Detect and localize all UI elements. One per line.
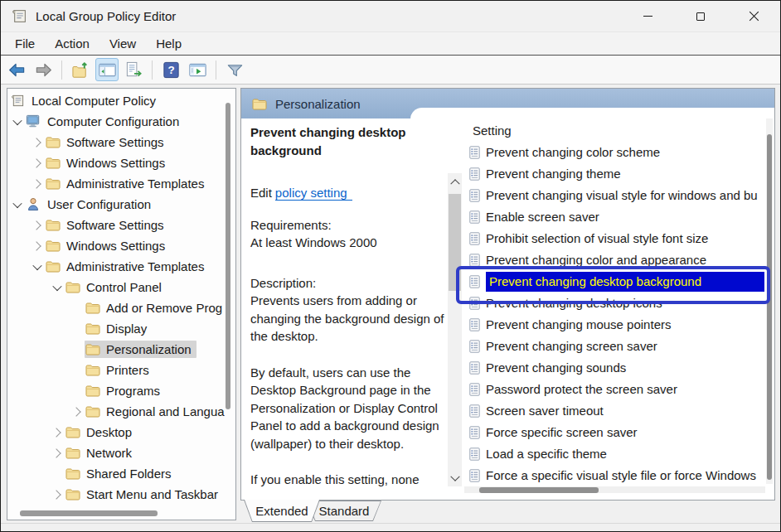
maximize-button[interactable] [674,1,727,31]
policy-doc-icon [469,210,480,224]
chevron-right-icon[interactable] [29,238,45,254]
tree-item-start-menu-and-taskbar[interactable]: Start Menu and Taskbar [7,484,235,505]
chevron-right-icon[interactable] [49,445,65,461]
minimize-button[interactable] [621,1,674,31]
settings-item[interactable]: Prevent changing visual style for window… [464,185,764,206]
settings-item[interactable]: Force specific screen saver [464,422,764,443]
settings-item[interactable]: Prevent changing sounds [464,357,764,379]
tab-extended[interactable]: Extended [244,500,320,522]
policy-doc-icon [469,297,480,310]
tree-indent-spacer [69,300,85,316]
scroll-down-icon[interactable] [448,472,462,486]
tree-item-local-computer-policy[interactable]: Local Computer Policy [7,90,235,111]
settings-item[interactable]: Prevent changing theme [464,163,764,185]
policy-doc-icon [469,340,480,353]
tree-item-shared-folders[interactable]: Shared Folders [7,463,235,484]
settings-item[interactable]: Prohibit selection of visual style font … [464,228,764,249]
chevron-down-icon[interactable] [9,196,25,212]
policy-setting-link[interactable]: policy setting [275,186,352,201]
chevron-down-icon[interactable] [9,114,25,129]
scrollbar-thumb[interactable] [767,134,772,480]
tree-item-personalization[interactable]: Personalization [7,339,235,360]
settings-item[interactable]: Enable screen saver [464,206,764,228]
menu-view[interactable]: View [99,34,146,53]
settings-item[interactable]: Prevent changing color and appearance [464,249,764,271]
chevron-right-icon[interactable] [69,404,85,419]
settings-item[interactable]: Prevent changing mouse pointers [464,314,764,336]
settings-item[interactable]: Screen saver timeout [464,400,764,422]
tree-item-add-or-remove-programs[interactable]: Add or Remove Prog [7,297,235,318]
menu-help[interactable]: Help [146,34,192,53]
chevron-right-icon[interactable] [49,424,65,440]
window-title: Local Group Policy Editor [36,9,176,23]
filter-button[interactable] [223,58,246,81]
export-list-button[interactable] [122,58,145,81]
list-vertical-scrollbar[interactable] [766,118,773,484]
tree-item-user-configuration[interactable]: User Configuration [7,194,235,215]
requirements-label: Requirements: [250,216,444,235]
chevron-right-icon[interactable] [49,486,65,502]
export-list-icon [124,60,143,80]
local-group-policy-editor-window: Local Group Policy Editor File Action Vi… [0,0,781,532]
computer-icon [26,114,41,128]
policy-doc-icon [469,404,480,418]
folder-icon [85,322,100,335]
show-window-button[interactable] [186,58,209,81]
tree-item-administrative-templates[interactable]: Administrative Templates [7,173,235,194]
tree-item-windows-settings-user[interactable]: Windows Settings [7,235,235,256]
forward-button[interactable] [32,58,55,81]
tree-horizontal-scrollbar[interactable] [20,510,158,516]
up-one-level-button[interactable] [69,58,92,81]
settings-item[interactable]: Password protect the screen saver [464,379,764,400]
tree-item-software-settings-user[interactable]: Software Settings [7,215,235,235]
settings-item[interactable]: Load a specific theme [464,443,764,465]
tree-item-software-settings[interactable]: Software Settings [7,132,235,152]
menu-file[interactable]: File [5,34,45,53]
tree-indent-spacer [69,341,85,357]
settings-item[interactable]: Force a specific visual style file or fo… [464,465,764,486]
folder-icon [46,219,61,231]
settings-item[interactable]: Prevent changing color scheme [464,142,764,163]
back-button[interactable] [5,58,28,81]
tree-item-windows-settings[interactable]: Windows Settings [7,152,235,173]
policy-doc-icon [469,232,480,245]
description-scrollbar[interactable] [448,173,462,486]
chevron-right-icon[interactable] [29,176,45,191]
folder-icon [85,343,100,355]
folder-icon [46,239,61,252]
chevron-right-icon[interactable] [29,134,45,150]
tree-item-programs[interactable]: Programs [7,380,235,401]
chevron-down-icon[interactable] [49,279,65,295]
tree-item-control-panel[interactable]: Control Panel [7,277,235,297]
help-button[interactable] [159,58,182,81]
tree-vertical-scrollbar[interactable] [226,103,230,409]
console-tree: Local Computer Policy Computer Configura… [7,90,235,505]
tree-item-printers[interactable]: Printers [7,360,235,380]
tree-item-regional-and-language[interactable]: Regional and Langua [7,401,235,422]
chevron-down-icon[interactable] [29,259,45,274]
close-button[interactable] [727,1,780,31]
tree-item-display[interactable]: Display [7,318,235,339]
settings-list: Setting Prevent changing color scheme Pr… [464,118,774,499]
menu-action[interactable]: Action [45,34,99,53]
tree-item-computer-configuration[interactable]: Computer Configuration [7,111,235,132]
scroll-up-icon[interactable] [448,174,462,188]
chevron-right-icon[interactable] [29,155,45,171]
console-tree-icon [98,60,117,80]
policy-title: Prevent changing desktop background [250,123,444,159]
tree-item-administrative-templates-user[interactable]: Administrative Templates [7,256,235,277]
pane-header-title: Personalization [275,97,361,111]
tree-item-desktop[interactable]: Desktop [7,422,235,443]
description-paragraph: By default, users can use the Desktop Ba… [250,364,444,453]
settings-item-selected[interactable]: Prevent changing desktop background [464,271,764,293]
tree-item-network[interactable]: Network [7,443,235,463]
setting-column-header[interactable]: Setting [473,123,512,138]
scrollbar-thumb[interactable] [479,487,599,493]
list-horizontal-scrollbar[interactable] [464,486,765,493]
chevron-right-icon[interactable] [29,217,45,233]
show-console-tree-button[interactable] [95,58,119,81]
settings-item[interactable]: Prevent changing screen saver [464,336,764,357]
settings-item[interactable]: Prevent changing desktop icons [464,293,764,314]
console-tree-pane: Local Computer Policy Computer Configura… [7,88,236,520]
scrollbar-thumb[interactable] [449,194,461,291]
